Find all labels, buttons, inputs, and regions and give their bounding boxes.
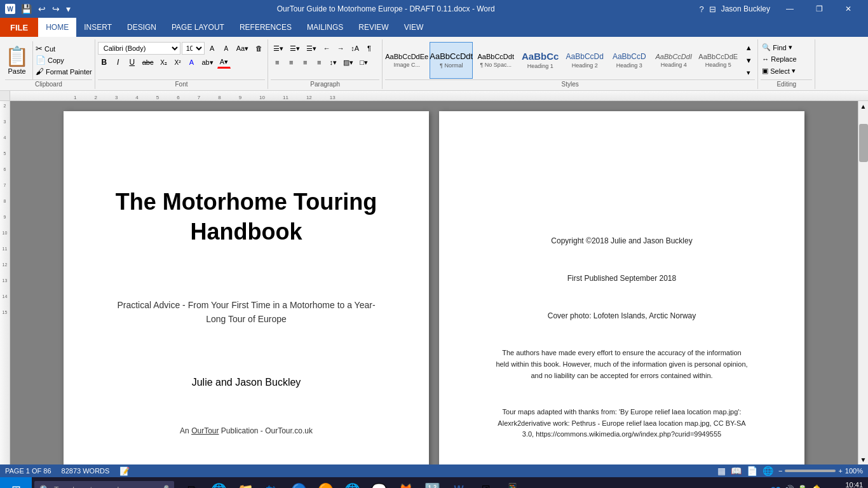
view-menu[interactable]: VIEW: [397, 18, 431, 37]
network-icon[interactable]: 👥: [770, 485, 781, 488]
style-item-heading2[interactable]: AaBbCcDd Heading 2: [563, 42, 606, 79]
font-name-select[interactable]: Calibri (Body): [98, 42, 180, 55]
decrease-indent-button[interactable]: ←: [320, 42, 333, 55]
app5[interactable]: 🔵: [286, 477, 311, 488]
borders-button[interactable]: □▾: [357, 56, 370, 69]
app11[interactable]: 🖥: [473, 477, 498, 488]
find-button[interactable]: 🔍 Find ▾: [761, 42, 793, 53]
chrome-app[interactable]: 🌐: [339, 477, 365, 488]
app8[interactable]: 💬: [366, 477, 391, 488]
help-icon[interactable]: ?: [699, 4, 703, 14]
style-item-nospace[interactable]: AaBbCcDdt ¶ No Spac...: [474, 42, 517, 79]
shading-button[interactable]: ▨▾: [341, 56, 356, 69]
word-app[interactable]: W: [446, 477, 471, 488]
web-layout-icon[interactable]: 🌐: [763, 466, 773, 476]
strikethrough-button[interactable]: abc: [140, 56, 156, 69]
font-color-button[interactable]: A▾: [217, 56, 231, 69]
design-menu[interactable]: DESIGN: [119, 18, 164, 37]
justify-button[interactable]: ≡: [313, 56, 325, 69]
references-menu[interactable]: REFERENCES: [232, 18, 299, 37]
text-effects-button[interactable]: A: [186, 56, 198, 69]
battery-icon[interactable]: 🔋: [797, 485, 808, 488]
start-button[interactable]: ⊞: [0, 477, 32, 488]
line-spacing-button[interactable]: ↕▾: [327, 56, 339, 69]
page-1[interactable]: The Motorhome Touring Handbook Practical…: [64, 111, 429, 464]
select-button[interactable]: ▣ Select ▾: [761, 65, 797, 76]
file-menu[interactable]: FILE: [0, 18, 38, 37]
scrollbar-thumb[interactable]: [859, 124, 868, 162]
pages-area[interactable]: The Motorhome Touring Handbook Practical…: [10, 101, 858, 464]
save-tool[interactable]: 💾: [19, 4, 34, 14]
shrink-font-button[interactable]: A: [220, 42, 233, 55]
notification-icon[interactable]: 🔔: [810, 484, 823, 489]
styles-scroll-down[interactable]: ▼: [742, 55, 755, 66]
taskview-button[interactable]: ⧉: [179, 477, 205, 488]
text-highlight-button[interactable]: ab▾: [200, 56, 216, 69]
superscript-button[interactable]: X²: [172, 56, 184, 69]
redo-tool[interactable]: ↪: [50, 4, 62, 14]
zoom-out-button[interactable]: −: [778, 467, 782, 475]
show-hide-button[interactable]: ¶: [363, 42, 376, 55]
format-painter-button[interactable]: 🖌 Format Painter: [36, 67, 92, 76]
style-item-heading3[interactable]: AaBbCcD Heading 3: [607, 42, 651, 79]
multilevel-button[interactable]: ☰▾: [304, 42, 319, 55]
styles-expand[interactable]: ▾: [742, 67, 755, 79]
scroll-down-button[interactable]: ▼: [858, 454, 869, 464]
grow-font-button[interactable]: A: [206, 42, 219, 55]
subscript-button[interactable]: X₂: [158, 56, 170, 69]
taskbar-search[interactable]: 🔍 Type here to search 🎤: [34, 481, 174, 488]
insert-menu[interactable]: INSERT: [76, 18, 119, 37]
firefox-app[interactable]: 🦊: [393, 477, 418, 488]
copy-button[interactable]: 📄 Copy: [36, 55, 92, 65]
print-layout-icon[interactable]: 📄: [747, 466, 757, 476]
style-item-heading5[interactable]: AaBbCcDdE Heading 5: [696, 42, 740, 79]
calculator-app[interactable]: 🔢: [419, 477, 445, 488]
undo-tool[interactable]: ↩: [36, 4, 48, 14]
change-case-button[interactable]: Aa▾: [234, 42, 251, 55]
italic-button[interactable]: I: [112, 56, 125, 69]
store-app[interactable]: 🛍: [259, 477, 285, 488]
align-center-button[interactable]: ≡: [285, 56, 297, 69]
increase-indent-button[interactable]: →: [334, 42, 347, 55]
styles-scroll-up[interactable]: ▲: [742, 42, 755, 53]
clear-format-button[interactable]: 🗑: [252, 42, 265, 55]
bold-button[interactable]: B: [98, 56, 111, 69]
layout-icon[interactable]: ▦: [717, 466, 726, 476]
word-count: 82873 WORDS: [62, 467, 110, 475]
edge-app[interactable]: 🌐: [206, 477, 231, 488]
page-layout-menu[interactable]: PAGE LAYOUT: [164, 18, 232, 37]
minimize-button[interactable]: —: [775, 0, 804, 18]
read-mode-icon[interactable]: 📖: [731, 466, 742, 476]
style-item-imagec[interactable]: AaBbCcDdEe Image C...: [385, 42, 428, 79]
align-right-button[interactable]: ≡: [299, 56, 311, 69]
microphone-icon[interactable]: 🎤: [158, 485, 169, 488]
bullets-button[interactable]: ☰▾: [271, 42, 286, 55]
scroll-up-button[interactable]: ▲: [858, 101, 869, 111]
close-button[interactable]: ✕: [834, 0, 863, 18]
explorer-app[interactable]: 📁: [233, 477, 258, 488]
ribbon-toggle[interactable]: ⊟: [709, 4, 716, 14]
sort-button[interactable]: ↕A: [348, 42, 362, 55]
align-left-button[interactable]: ≡: [271, 56, 283, 69]
customize-tool[interactable]: ▾: [64, 4, 72, 14]
paste-button[interactable]: 📋 Paste: [5, 41, 33, 79]
review-menu[interactable]: REVIEW: [351, 18, 396, 37]
vertical-scrollbar[interactable]: ▲ ▼: [858, 101, 868, 464]
app6[interactable]: 🟠: [313, 477, 338, 488]
font-size-select[interactable]: 10: [182, 42, 205, 55]
volume-icon[interactable]: 🔊: [783, 485, 794, 488]
underline-button[interactable]: U: [126, 56, 139, 69]
app12[interactable]: 📱: [499, 477, 525, 488]
zoom-slider[interactable]: [785, 470, 836, 472]
style-item-normal[interactable]: AaBbCcDdt ¶ Normal: [430, 42, 473, 79]
home-menu[interactable]: HOME: [38, 18, 76, 37]
replace-button[interactable]: ↔ Replace: [761, 54, 797, 64]
cut-button[interactable]: ✂ Cut: [36, 44, 92, 53]
zoom-in-button[interactable]: +: [838, 467, 842, 475]
style-item-heading4[interactable]: AaBbCcDdI Heading 4: [652, 42, 695, 79]
maximize-button[interactable]: ❐: [804, 0, 834, 18]
mailings-menu[interactable]: MAILINGS: [299, 18, 351, 37]
numbering-button[interactable]: ☰▾: [287, 42, 302, 55]
style-item-heading1[interactable]: AaBbCc Heading 1: [519, 42, 562, 79]
page-2[interactable]: Copyright ©2018 Julie and Jason Buckley …: [439, 111, 804, 464]
